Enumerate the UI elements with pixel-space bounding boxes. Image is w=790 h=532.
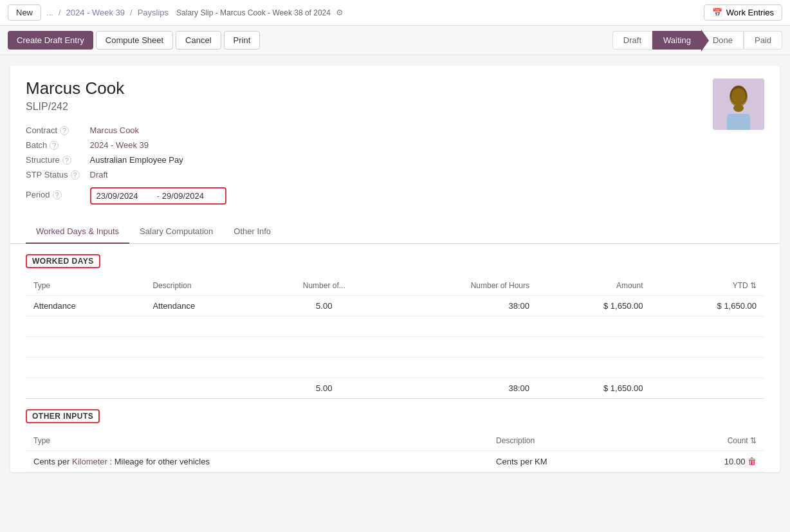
worked-days-table: Type Description Number of... Number of …	[26, 276, 764, 399]
other-inputs-section-header: OTHER INPUTS	[26, 409, 764, 423]
status-waiting[interactable]: Waiting	[652, 31, 702, 50]
other-inputs-section: OTHER INPUTS Type Description Count ⇅	[26, 409, 764, 472]
period-box: -	[90, 187, 226, 205]
other-description: Cents per KM	[488, 451, 649, 472]
structure-label: Structure ?	[26, 155, 80, 165]
svg-point-5	[733, 104, 744, 112]
gear-icon[interactable]: ⚙	[336, 8, 344, 17]
count-adjust-icon[interactable]: ⇅	[750, 436, 757, 445]
employee-header: Marcus Cook SLIP/242 Contract ? Marcus C…	[10, 66, 780, 220]
svg-point-3	[731, 88, 746, 105]
batch-help-icon[interactable]: ?	[50, 141, 59, 150]
period-to-input[interactable]	[162, 191, 220, 201]
top-bar: New ... / 2024 - Week 39 / Payslips Sala…	[0, 0, 790, 26]
tab-worked-days[interactable]: Worked Days & Inputs	[26, 220, 129, 244]
action-bar: Create Draft Entry Compute Sheet Cancel …	[0, 26, 790, 55]
col-description: Description	[145, 276, 264, 296]
status-paid[interactable]: Paid	[744, 31, 782, 50]
tab-salary-computation[interactable]: Salary Computation	[129, 220, 223, 244]
main-content: Marcus Cook SLIP/242 Contract ? Marcus C…	[10, 66, 780, 472]
batch-value[interactable]: 2024 - Week 39	[90, 140, 226, 150]
breadcrumb-payslips[interactable]: Payslips	[138, 8, 169, 17]
employee-name: Marcus Cook	[26, 78, 226, 98]
other-col-type: Type	[26, 431, 488, 451]
period-row: -	[90, 187, 226, 205]
status-draft[interactable]: Draft	[612, 31, 652, 50]
cell-ytd: $ 1,650.00	[650, 296, 764, 316]
work-entries-button[interactable]: 📅 Work Entries	[704, 5, 782, 21]
stp-status-value: Draft	[90, 170, 226, 179]
contract-help-icon[interactable]: ?	[60, 126, 69, 135]
empty-row-3	[26, 358, 764, 378]
form-fields: Contract ? Marcus Cook Batch ? 2024 - We…	[26, 125, 226, 205]
total-hours: 38:00	[384, 378, 537, 399]
create-draft-button[interactable]: Create Draft Entry	[8, 31, 93, 50]
action-buttons: Create Draft Entry Compute Sheet Cancel …	[8, 31, 612, 50]
ytd-adjust-icon[interactable]: ⇅	[750, 281, 757, 290]
tab-content: WORKED DAYS Type Description Number of..…	[10, 254, 780, 472]
structure-value: Australian Employee Pay	[90, 155, 226, 165]
period-separator: -	[157, 191, 160, 201]
cell-amount: $ 1,650.00	[537, 296, 650, 316]
worked-days-section-header: WORKED DAYS	[26, 254, 764, 268]
other-inputs-row: Cents per Kilometer : Mileage for other …	[26, 451, 764, 472]
other-col-description: Description	[488, 431, 649, 451]
svg-rect-4	[727, 114, 750, 130]
status-bar: Draft Waiting Done Paid	[612, 31, 782, 50]
stp-help-icon[interactable]: ?	[71, 170, 80, 179]
tab-other-info[interactable]: Other Info	[223, 220, 281, 244]
cell-number-of: 5.00	[264, 296, 384, 316]
contract-value[interactable]: Marcus Cook	[90, 125, 226, 135]
breadcrumb-week[interactable]: 2024 - Week 39	[66, 8, 125, 17]
empty-row-1	[26, 316, 764, 337]
cell-type: Attendance	[26, 296, 145, 316]
col-hours: Number of Hours	[384, 276, 537, 296]
breadcrumb-dots: ...	[46, 8, 53, 17]
total-row: 5.00 38:00 $ 1,650.00	[26, 378, 764, 399]
tabs: Worked Days & Inputs Salary Computation …	[10, 220, 780, 244]
other-type: Cents per Kilometer : Mileage for other …	[26, 451, 488, 472]
structure-help-icon[interactable]: ?	[62, 156, 71, 165]
period-from-input[interactable]	[96, 191, 154, 201]
table-header-row: Type Description Number of... Number of …	[26, 276, 764, 296]
other-col-count: Count ⇅	[649, 431, 764, 451]
compute-sheet-button[interactable]: Compute Sheet	[96, 31, 173, 50]
cancel-button[interactable]: Cancel	[176, 31, 221, 50]
total-amount: $ 1,650.00	[537, 378, 650, 399]
other-count: 10.00 🗑	[649, 451, 764, 472]
col-ytd: YTD ⇅	[650, 276, 764, 296]
stp-status-label: STP Status ?	[26, 170, 80, 179]
other-type-highlight: Kilometer	[72, 457, 107, 466]
col-number-of: Number of...	[264, 276, 384, 296]
worked-days-title: WORKED DAYS	[26, 254, 100, 268]
other-inputs-header-row: Type Description Count ⇅	[26, 431, 764, 451]
empty-row-2	[26, 337, 764, 358]
cell-description: Attendance	[145, 296, 264, 316]
delete-icon[interactable]: 🗑	[748, 456, 757, 466]
col-type: Type	[26, 276, 145, 296]
breadcrumb-sep2: /	[130, 8, 133, 17]
avatar	[713, 78, 764, 130]
period-help-icon[interactable]: ?	[53, 190, 62, 199]
other-inputs-title: OTHER INPUTS	[26, 409, 100, 423]
contract-label: Contract ?	[26, 125, 80, 135]
breadcrumb-sep1: /	[59, 8, 61, 17]
employee-info: Marcus Cook SLIP/242 Contract ? Marcus C…	[26, 78, 226, 207]
col-amount: Amount	[537, 276, 650, 296]
calendar-icon: 📅	[712, 8, 722, 17]
print-button[interactable]: Print	[224, 31, 261, 50]
total-number-of: 5.00	[264, 378, 384, 399]
cell-hours: 38:00	[384, 296, 537, 316]
table-row: Attendance Attendance 5.00 38:00 $ 1,650…	[26, 296, 764, 316]
breadcrumb-subtitle: Salary Slip - Marcus Cook - Week 38 of 2…	[176, 8, 331, 17]
slip-number: SLIP/242	[26, 101, 226, 113]
batch-label: Batch ?	[26, 140, 80, 150]
other-inputs-table: Type Description Count ⇅ Cents per Kilom…	[26, 431, 764, 472]
period-label: Period ?	[26, 190, 80, 199]
new-button[interactable]: New	[8, 5, 41, 21]
